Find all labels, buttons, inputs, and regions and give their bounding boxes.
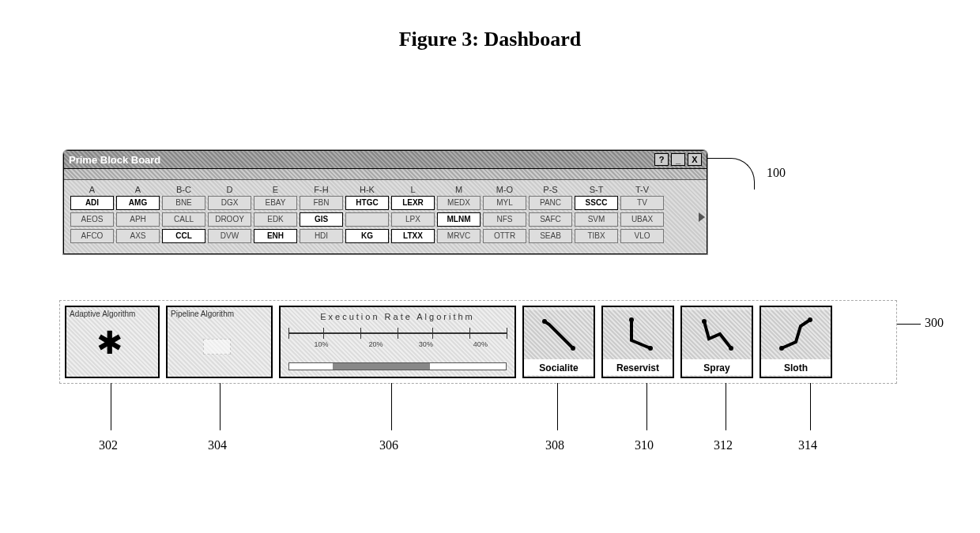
column-header: A bbox=[116, 185, 160, 194]
ticker-cell[interactable]: HDI bbox=[300, 229, 343, 243]
callout-100: 100 bbox=[767, 166, 786, 180]
ticker-cell[interactable]: PANC bbox=[529, 196, 572, 210]
socialite-label: Socialite bbox=[524, 359, 594, 375]
callout-leader bbox=[810, 383, 811, 430]
ticker-cell[interactable]: MEDX bbox=[437, 196, 481, 210]
callout-306: 306 bbox=[379, 438, 398, 452]
pipeline-label: Pipeline Algorithm bbox=[168, 307, 271, 321]
ticker-cell[interactable]: EDK bbox=[254, 212, 297, 227]
ticker-cell[interactable]: MLNM bbox=[437, 212, 481, 227]
callout-leader bbox=[897, 324, 921, 325]
callout-312: 312 bbox=[714, 438, 733, 452]
execution-rate-panel[interactable]: Execution Rate Algorithm 10% 20% 30% 40% bbox=[279, 306, 516, 378]
reservist-label: Reservist bbox=[603, 359, 673, 375]
column-header: S-T bbox=[575, 185, 618, 194]
ticker-cell[interactable]: DVW bbox=[208, 229, 251, 243]
pipeline-icon bbox=[203, 339, 231, 355]
minimize-button[interactable]: _ bbox=[671, 153, 685, 166]
socialite-chart-icon bbox=[524, 310, 594, 359]
column-header: D bbox=[208, 185, 251, 194]
strategy-socialite[interactable]: Socialite bbox=[522, 306, 595, 378]
svg-point-2 bbox=[629, 317, 634, 322]
ticker-cell[interactable]: SEAB bbox=[529, 229, 572, 243]
exec-lab-0: 10% bbox=[314, 340, 328, 348]
ticker-cell[interactable]: SVM bbox=[575, 212, 618, 227]
ticker-cell[interactable]: OTTR bbox=[483, 229, 526, 243]
column-header: P-S bbox=[529, 185, 572, 194]
exec-scale: 10% 20% 30% 40% bbox=[288, 328, 507, 347]
ticker-cell[interactable]: KG bbox=[345, 229, 389, 243]
callout-leader bbox=[726, 383, 726, 430]
asterisk-icon: ✱ bbox=[96, 325, 123, 361]
ticker-cell[interactable]: AMG bbox=[116, 196, 160, 210]
ticker-cell[interactable]: FBN bbox=[300, 196, 343, 210]
ticker-cell[interactable]: CALL bbox=[162, 212, 205, 227]
exec-lab-2: 30% bbox=[419, 340, 433, 348]
close-button[interactable]: X bbox=[688, 153, 702, 166]
ticker-cell[interactable]: DGX bbox=[208, 196, 251, 210]
adaptive-label: Adaptive Algorithm bbox=[66, 307, 158, 321]
ticker-cell[interactable]: NFS bbox=[483, 212, 526, 227]
svg-point-5 bbox=[729, 346, 733, 351]
ticker-cell[interactable]: AXS bbox=[116, 229, 160, 243]
svg-point-0 bbox=[542, 319, 547, 324]
pipeline-algorithm-panel[interactable]: Pipeline Algorithm bbox=[166, 306, 273, 378]
strategy-reservist[interactable]: Reservist bbox=[601, 306, 674, 378]
ticker-cell[interactable]: AEOS bbox=[70, 212, 114, 227]
ticker-cell[interactable] bbox=[345, 212, 389, 227]
ticker-cell[interactable]: UBAX bbox=[620, 212, 664, 227]
ticker-cell[interactable]: SSCC bbox=[575, 196, 618, 210]
toolbar-strip bbox=[64, 169, 707, 180]
ticker-cell[interactable]: EBAY bbox=[254, 196, 297, 210]
column-header: M bbox=[437, 185, 481, 194]
exec-progress-bar[interactable] bbox=[288, 362, 507, 370]
ticker-cell[interactable]: CCL bbox=[162, 229, 205, 243]
ticker-cell[interactable]: SAFC bbox=[529, 212, 572, 227]
ticker-cell[interactable]: MYL bbox=[483, 196, 526, 210]
ticker-cell[interactable]: LTXX bbox=[391, 229, 435, 243]
ticker-cell[interactable]: AFCO bbox=[70, 229, 114, 243]
exec-lab-3: 40% bbox=[473, 340, 488, 348]
ticker-cell[interactable]: LEXR bbox=[391, 196, 435, 210]
callout-304: 304 bbox=[208, 438, 227, 452]
reservist-chart-icon bbox=[603, 310, 673, 359]
column-header: B-C bbox=[162, 185, 205, 194]
ticker-panel: AAB-CDEF-HH-KLMM-OP-SS-TT-V ADIAMGBNEDGX… bbox=[64, 180, 707, 253]
ticker-cell[interactable]: BNE bbox=[162, 196, 205, 210]
window-title: Prime Block Board bbox=[69, 154, 160, 166]
column-header: H-K bbox=[345, 185, 389, 194]
svg-point-4 bbox=[702, 319, 707, 324]
callout-leader bbox=[111, 383, 111, 430]
callout-leader bbox=[646, 383, 647, 430]
algorithm-strip: Adaptive Algorithm ✱ Pipeline Algorithm … bbox=[59, 300, 897, 384]
callout-308: 308 bbox=[545, 438, 564, 452]
column-header: F-H bbox=[300, 185, 343, 194]
callout-leader bbox=[391, 383, 392, 430]
help-button[interactable]: ? bbox=[654, 153, 669, 166]
callout-leader bbox=[707, 158, 755, 190]
scroll-right-arrow-icon[interactable] bbox=[699, 212, 705, 222]
spray-chart-icon bbox=[682, 310, 752, 359]
strategy-spray[interactable]: Spray bbox=[680, 306, 753, 378]
ticker-cell[interactable]: TIBX bbox=[575, 229, 618, 243]
adaptive-algorithm-panel[interactable]: Adaptive Algorithm ✱ bbox=[65, 306, 160, 378]
ticker-cell[interactable]: LPX bbox=[391, 212, 435, 227]
dashboard-window: Prime Block Board ? _ X AAB-CDEF-HH-KLMM… bbox=[63, 150, 707, 254]
ticker-cell[interactable]: VLO bbox=[620, 229, 664, 243]
ticker-cell[interactable]: MRVC bbox=[437, 229, 481, 243]
ticker-cell[interactable]: APH bbox=[116, 212, 160, 227]
ticker-cell[interactable]: DROOY bbox=[208, 212, 251, 227]
ticker-cell[interactable]: HTGC bbox=[345, 196, 389, 210]
figure-title: Figure 3: Dashboard bbox=[0, 28, 980, 51]
column-header: A bbox=[70, 185, 114, 194]
callout-leader bbox=[557, 383, 558, 430]
callout-314: 314 bbox=[798, 438, 817, 452]
ticker-cell[interactable]: ADI bbox=[70, 196, 114, 210]
exec-title: Execution Rate Algorithm bbox=[281, 307, 514, 321]
ticker-cell[interactable]: GIS bbox=[300, 212, 343, 227]
strategy-sloth[interactable]: Sloth bbox=[760, 306, 832, 378]
ticker-cell[interactable]: TV bbox=[620, 196, 664, 210]
ticker-cell[interactable]: ENH bbox=[254, 229, 297, 243]
svg-point-3 bbox=[648, 346, 653, 351]
callout-300: 300 bbox=[925, 316, 944, 330]
